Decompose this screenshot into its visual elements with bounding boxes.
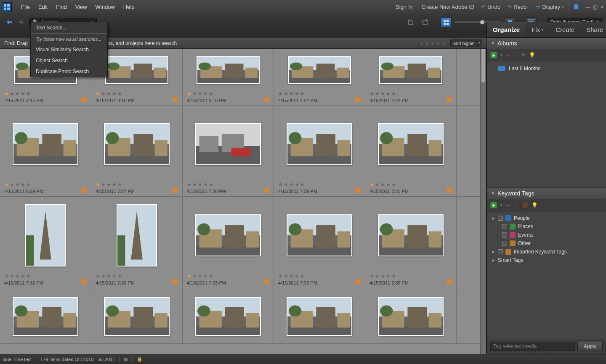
rating-stars[interactable]: ★★★★★ (278, 182, 361, 187)
tag-badge-icon[interactable] (81, 187, 87, 193)
thumbnail-image[interactable] (13, 297, 78, 336)
keyword-tags-header[interactable]: ▼Keyword Tags (487, 188, 606, 199)
thumbnail-cell[interactable]: ★★★★★4/15/2011 7:32 PM (91, 197, 183, 288)
thumbnail-image[interactable] (287, 123, 352, 165)
menu-edit[interactable]: Edit (34, 4, 52, 10)
zoom-thumb[interactable] (480, 20, 484, 24)
tab-share[interactable]: Share (580, 22, 606, 37)
status-icon-1[interactable]: ▦ (124, 356, 128, 362)
vertical-scrollbar[interactable] (480, 49, 486, 354)
rating-stars[interactable]: ★★★★★ (96, 182, 178, 187)
menu-find[interactable]: Find (52, 4, 71, 10)
display-dropdown[interactable]: ▭ Display▾ (532, 4, 567, 10)
restore-button[interactable]: ◱ (593, 4, 598, 10)
rating-stars[interactable]: ★★★★★ (187, 182, 269, 187)
thumbnail-cell[interactable] (365, 288, 457, 343)
tab-organize[interactable]: Organize (487, 22, 526, 37)
tag-other[interactable]: Other (490, 239, 603, 248)
thumbnail-image[interactable] (13, 123, 78, 165)
menu-file[interactable]: File (17, 4, 34, 10)
tag-badge-icon[interactable] (355, 97, 361, 102)
thumbnail-cell[interactable]: ★★★★★4/15/2011 4:22 PM (365, 49, 457, 106)
menu-text-search[interactable]: Text Search... (31, 22, 107, 33)
tag-badge-icon[interactable] (355, 279, 361, 285)
tips-button[interactable]: 💡 (532, 202, 538, 208)
thumbnail-cell[interactable]: ★★★★★4/15/2011 6:29 PM (0, 106, 91, 196)
thumbnail-image[interactable] (379, 56, 442, 84)
face-tag-button[interactable] (521, 202, 528, 208)
rating-stars[interactable]: ★★★★★ (369, 91, 452, 97)
thumbnail-image[interactable] (195, 297, 261, 336)
rating-stars[interactable]: ★★★★★ (369, 182, 452, 187)
tag-badge-icon[interactable] (173, 97, 178, 102)
add-tag-button[interactable]: + (490, 202, 497, 208)
thumbnail-cell[interactable]: ★★★★★4/15/2011 7:29 PM (274, 106, 365, 196)
thumbnail-cell[interactable]: ★★★★★4/15/2011 7:39 PM (365, 197, 457, 288)
rating-stars[interactable]: ★★★★★ (278, 273, 361, 279)
thumbnail-cell[interactable] (274, 288, 365, 343)
undo-button[interactable]: ↶Undo (478, 4, 504, 10)
thumbnail-image[interactable] (195, 214, 261, 256)
home-icon[interactable] (572, 3, 580, 11)
thumbnail-image[interactable] (25, 204, 66, 266)
thumbnail-cell[interactable]: ★★★★★4/15/2011 7:33 PM (183, 197, 274, 288)
edit-album-button[interactable]: ✎ (521, 52, 526, 58)
rotate-cw-button[interactable] (420, 17, 431, 27)
tab-create[interactable]: Create (550, 22, 580, 37)
add-album-button[interactable]: + (490, 52, 497, 58)
tag-imported[interactable]: ▶Imported Keyword Tags (490, 248, 603, 256)
tag-badge-icon[interactable] (173, 187, 178, 193)
view-small-thumbs-button[interactable] (441, 17, 452, 27)
rating-filter-dropdown[interactable]: and higher (450, 40, 482, 47)
tag-badge-icon[interactable] (355, 187, 361, 193)
albums-header[interactable]: ▼Albums (487, 38, 606, 49)
thumbnail-cell[interactable]: ★★★★★4/15/2011 7:31 PM (365, 106, 457, 196)
rating-stars[interactable]: ★★★★★ (4, 91, 87, 97)
nav-forward-button[interactable] (17, 18, 26, 27)
menu-window[interactable]: Window (91, 4, 119, 10)
thumbnail-image[interactable] (378, 297, 444, 336)
thumbnail-cell[interactable]: ★★★★★4/15/2011 7:35 PM (274, 197, 365, 288)
thumbnail-image[interactable] (195, 123, 261, 165)
menu-visual-similarity[interactable]: Visual Similarity Search (31, 44, 107, 55)
tag-badge-icon[interactable] (173, 279, 178, 285)
rotate-ccw-button[interactable] (405, 17, 416, 27)
thumbnail-cell[interactable] (91, 288, 183, 343)
tag-badge-icon[interactable] (264, 279, 269, 285)
thumbnail-cell[interactable]: ★★★★★4/15/2011 7:28 PM (183, 106, 274, 196)
tag-badge-icon[interactable] (447, 97, 452, 102)
tag-events[interactable]: Events (490, 231, 603, 239)
thumbnail-image[interactable] (378, 123, 444, 165)
thumbnail-image[interactable] (288, 56, 351, 84)
rating-stars[interactable]: ★★★★★ (187, 91, 269, 97)
rating-stars[interactable]: ★★★★★ (4, 273, 87, 279)
rating-stars[interactable]: ★★★★★ (369, 273, 452, 279)
rating-stars[interactable]: ★★★★★ (187, 273, 269, 279)
app-icon[interactable] (2, 2, 12, 12)
thumbnail-image[interactable] (287, 214, 352, 256)
thumbnail-image[interactable] (117, 204, 157, 266)
status-icon-2[interactable]: 🔒 (137, 356, 143, 362)
tag-places[interactable]: Places (490, 222, 603, 231)
tag-badge-icon[interactable] (81, 97, 87, 102)
thumbnail-image[interactable] (378, 214, 444, 256)
thumbnail-image[interactable] (104, 297, 170, 336)
thumbnail-image[interactable] (104, 123, 170, 165)
tag-badge-icon[interactable] (447, 279, 452, 285)
apply-button[interactable]: Apply (577, 342, 603, 351)
tips-button[interactable]: 💡 (529, 52, 535, 58)
rating-stars[interactable]: ★★★★★ (278, 91, 361, 97)
thumbnail-cell[interactable] (0, 288, 91, 343)
tag-input[interactable] (490, 342, 575, 351)
menu-object-search[interactable]: Object Search (31, 55, 107, 66)
tag-people[interactable]: ▶People (490, 214, 603, 222)
minimize-button[interactable]: — (585, 4, 590, 10)
tag-badge-icon[interactable] (264, 187, 269, 193)
menu-view[interactable]: View (71, 4, 91, 10)
status-filter[interactable]: date Time test (3, 357, 32, 362)
thumbnail-image[interactable] (197, 56, 260, 84)
scrollbar-thumb[interactable] (481, 49, 485, 82)
thumbnail-cell[interactable]: ★★★★★4/15/2011 7:32 PM (0, 197, 91, 288)
album-item[interactable]: Last 6 Months (490, 64, 603, 73)
create-adobe-id-link[interactable]: Create New Adobe ID (418, 4, 478, 10)
